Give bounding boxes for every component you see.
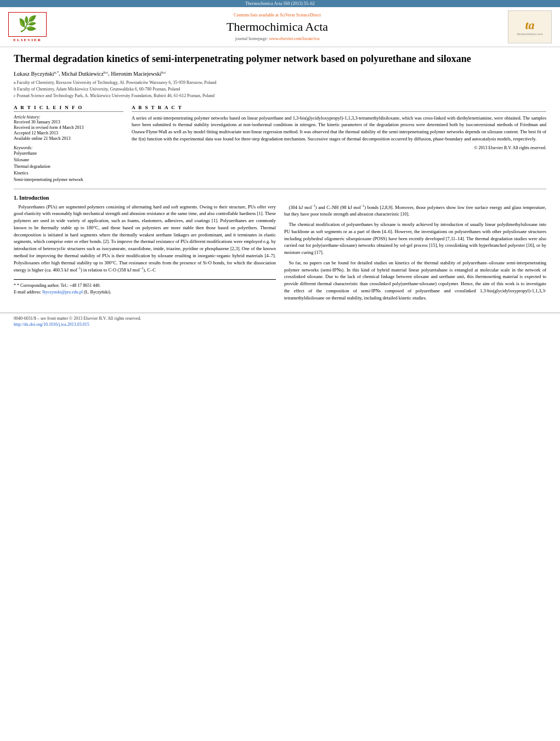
journal-name: Thermochimica Acta xyxy=(47,20,508,34)
journal-logo-right: ta thermochimica acta xyxy=(508,10,552,43)
footnote-name: (Ł. Byczyński). xyxy=(84,290,111,295)
received-revised-date: Received in revised form 4 March 2013 xyxy=(14,125,123,130)
elsevier-logo-box: 🌿 xyxy=(8,12,47,37)
sciverse-name[interactable]: SciVerse ScienceDirect xyxy=(280,13,321,18)
kw-3: Thermal degradation xyxy=(14,163,123,170)
section-divider xyxy=(14,189,546,189)
elsevier-brand-text: ELSEVIER xyxy=(13,38,41,42)
article-history-label: Article history: xyxy=(14,115,123,120)
keywords-label: Keywords: xyxy=(14,145,123,150)
intro-right-para-1: (304 kJ mol−1) and C–NH (98 kJ mol−1) bo… xyxy=(284,203,546,218)
affil-b: b Faculty of Chemistry, Adam Mickiewicz … xyxy=(14,86,546,93)
footnote-email[interactable]: lbyczynski@prz.edu.pl xyxy=(42,290,83,295)
ta-logo-subtitle: thermochimica acta xyxy=(517,32,542,36)
doi-link[interactable]: http://dx.doi.org/10.1016/j.tca.2013.03.… xyxy=(14,322,546,327)
authors-line: Łukasz Byczyńskia,*, Michał Dutkiewiczb,… xyxy=(14,70,546,76)
footnote-email-label: E-mail address: xyxy=(14,290,41,295)
doi-text: Thermochimica Acta 560 (2013) 55–62 xyxy=(245,1,315,6)
kw-1: Polyurethane xyxy=(14,150,123,157)
intro-right-para-3: So far, no papers can be found for detai… xyxy=(284,259,546,302)
section-number: 1. xyxy=(14,195,18,201)
kw-4: Kinetics xyxy=(14,170,123,177)
bottom-bar: 0040-6031/$ – see front matter © 2013 El… xyxy=(0,313,560,330)
introduction-section: 1. Introduction Polyurethanes (PUs) are … xyxy=(14,195,546,305)
intro-section-title: 1. Introduction xyxy=(14,195,546,201)
keywords-section: Keywords: Polyurethane Siloxane Thermal … xyxy=(14,145,123,183)
received-date: Received 30 January 2013 xyxy=(14,120,123,125)
article-body: Thermal degradation kinetics of semi-int… xyxy=(0,47,560,313)
article-info-header: A R T I C L E I N F O xyxy=(14,105,123,112)
kw-5: Semi-interpenetrating polymer network xyxy=(14,177,123,183)
intro-right-col: (304 kJ mol−1) and C–NH (98 kJ mol−1) bo… xyxy=(284,203,546,305)
abstract-header: A B S T R A C T xyxy=(132,105,546,112)
available-date: Available online 21 March 2013 xyxy=(14,136,123,141)
doi-bar: Thermochimica Acta 560 (2013) 55–62 xyxy=(0,0,560,7)
affil-c: c Poznań Science and Technology Park, A.… xyxy=(14,93,546,99)
elsevier-tree-icon: 🌿 xyxy=(18,16,37,32)
abstract-section: A B S T R A C T A series of semi-interpe… xyxy=(132,105,546,183)
article-info-panel: A R T I C L E I N F O Article history: R… xyxy=(14,105,123,183)
homepage-link[interactable]: www.elsevier.com/locate/tca xyxy=(269,36,319,41)
affiliations: a Faculty of Chemistry, Rzeszow Universi… xyxy=(14,80,546,99)
footnote-corresponding: * Corresponding author. Tel.: +48 17 865… xyxy=(17,283,100,288)
kw-2: Siloxane xyxy=(14,157,123,163)
affil-a: a Faculty of Chemistry, Rzeszow Universi… xyxy=(14,80,546,86)
intro-two-col: Polyurethanes (PUs) are segmented polyme… xyxy=(14,203,546,305)
issn-text: 0040-6031/$ – see front matter © 2013 El… xyxy=(14,316,546,321)
footnote-star-line: * * Corresponding author. Tel.: +48 17 8… xyxy=(14,282,276,289)
section-title-text: Introduction xyxy=(19,195,49,201)
journal-header: 🌿 ELSEVIER Contents lists available at S… xyxy=(0,7,560,47)
journal-homepage: journal homepage: www.elsevier.com/locat… xyxy=(47,36,508,41)
author2: Michał Dutkiewiczb,c xyxy=(61,71,108,77)
journal-title-area: Contents lists available at SciVerse Sci… xyxy=(47,13,508,41)
article-title: Thermal degradation kinetics of semi-int… xyxy=(14,53,546,65)
ta-logo-icon: ta xyxy=(525,18,534,32)
intro-left-col: Polyurethanes (PUs) are segmented polyme… xyxy=(14,203,276,305)
copyright: © 2013 Elsevier B.V. All rights reserved… xyxy=(132,145,546,150)
author3: Hieronim Maciejewskib,c xyxy=(111,71,166,77)
abstract-text: A series of semi-interpenetrating polyme… xyxy=(132,115,546,143)
article-info-abstract: A R T I C L E I N F O Article history: R… xyxy=(14,105,546,183)
footnote-area: * * Corresponding author. Tel.: +48 17 8… xyxy=(14,279,276,296)
accepted-date: Accepted 12 March 2013 xyxy=(14,131,123,135)
sciverse-prefix: Contents lists available at xyxy=(234,13,279,18)
homepage-label: journal homepage: xyxy=(235,36,268,41)
author1: Łukasz Byczyńskia,* xyxy=(14,71,59,77)
footnote-email-line: E-mail address: lbyczynski@prz.edu.pl (Ł… xyxy=(14,289,276,296)
sciverse-link-area: Contents lists available at SciVerse Sci… xyxy=(47,13,508,18)
intro-right-para-2: The chemical modification of polyurethan… xyxy=(284,221,546,256)
intro-para-1: Polyurethanes (PUs) are segmented polyme… xyxy=(14,203,276,274)
elsevier-logo: 🌿 ELSEVIER xyxy=(8,12,47,42)
